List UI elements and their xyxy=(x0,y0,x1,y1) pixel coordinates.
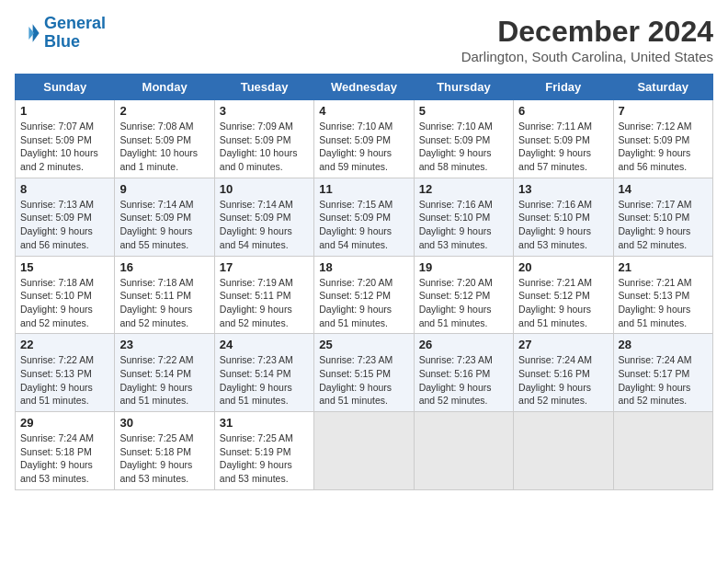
calendar-cell: 5Sunrise: 7:10 AMSunset: 5:09 PMDaylight… xyxy=(414,100,513,178)
calendar-cell: 4Sunrise: 7:10 AMSunset: 5:09 PMDaylight… xyxy=(314,100,414,178)
day-number: 18 xyxy=(319,260,408,274)
calendar-cell: 17Sunrise: 7:19 AMSunset: 5:11 PMDayligh… xyxy=(214,256,313,334)
day-number: 20 xyxy=(518,260,608,274)
day-info: Sunrise: 7:10 AMSunset: 5:09 PMDaylight:… xyxy=(319,120,408,174)
month-title: December 2024 xyxy=(461,15,713,49)
day-info: Sunrise: 7:10 AMSunset: 5:09 PMDaylight:… xyxy=(419,120,508,174)
day-number: 22 xyxy=(20,338,109,351)
day-number: 3 xyxy=(220,104,309,118)
week-row-5: 29Sunrise: 7:24 AMSunset: 5:18 PMDayligh… xyxy=(16,412,713,490)
day-number: 27 xyxy=(518,338,608,351)
calendar-cell: 9Sunrise: 7:14 AMSunset: 5:09 PMDaylight… xyxy=(115,178,214,256)
day-number: 30 xyxy=(119,416,209,430)
calendar-cell: 10Sunrise: 7:14 AMSunset: 5:09 PMDayligh… xyxy=(214,178,313,256)
calendar-cell: 3Sunrise: 7:09 AMSunset: 5:09 PMDaylight… xyxy=(214,100,313,178)
day-number: 7 xyxy=(619,104,708,118)
day-header-monday: Monday xyxy=(115,75,214,100)
day-info: Sunrise: 7:23 AMSunset: 5:16 PMDaylight:… xyxy=(419,353,508,408)
day-info: Sunrise: 7:16 AMSunset: 5:10 PMDaylight:… xyxy=(518,198,608,252)
day-info: Sunrise: 7:20 AMSunset: 5:12 PMDaylight:… xyxy=(319,276,408,330)
day-info: Sunrise: 7:22 AMSunset: 5:13 PMDaylight:… xyxy=(20,353,109,408)
day-number: 11 xyxy=(319,182,408,196)
calendar-cell: 29Sunrise: 7:24 AMSunset: 5:18 PMDayligh… xyxy=(16,412,115,490)
calendar-table: SundayMondayTuesdayWednesdayThursdayFrid… xyxy=(15,74,713,490)
day-header-sunday: Sunday xyxy=(16,75,115,100)
calendar-cell: 24Sunrise: 7:23 AMSunset: 5:14 PMDayligh… xyxy=(214,334,313,412)
calendar-cell: 21Sunrise: 7:21 AMSunset: 5:13 PMDayligh… xyxy=(613,256,712,334)
day-number: 4 xyxy=(319,104,408,118)
day-header-thursday: Thursday xyxy=(414,75,513,100)
day-number: 15 xyxy=(20,260,109,274)
day-info: Sunrise: 7:19 AMSunset: 5:11 PMDaylight:… xyxy=(220,276,309,330)
day-info: Sunrise: 7:12 AMSunset: 5:09 PMDaylight:… xyxy=(619,120,708,174)
calendar-cell: 1Sunrise: 7:07 AMSunset: 5:09 PMDaylight… xyxy=(16,100,115,178)
calendar-cell: 7Sunrise: 7:12 AMSunset: 5:09 PMDaylight… xyxy=(613,100,712,178)
day-number: 1 xyxy=(20,104,109,118)
day-number: 8 xyxy=(20,182,109,196)
day-header-tuesday: Tuesday xyxy=(214,75,313,100)
calendar-cell: 14Sunrise: 7:17 AMSunset: 5:10 PMDayligh… xyxy=(613,178,712,256)
calendar-cell: 15Sunrise: 7:18 AMSunset: 5:10 PMDayligh… xyxy=(16,256,115,334)
day-info: Sunrise: 7:17 AMSunset: 5:10 PMDaylight:… xyxy=(619,198,708,252)
calendar-body: 1Sunrise: 7:07 AMSunset: 5:09 PMDaylight… xyxy=(16,100,713,490)
day-number: 16 xyxy=(119,260,209,274)
calendar-cell: 28Sunrise: 7:24 AMSunset: 5:17 PMDayligh… xyxy=(613,334,712,412)
day-info: Sunrise: 7:08 AMSunset: 5:09 PMDaylight:… xyxy=(119,120,209,174)
day-header-wednesday: Wednesday xyxy=(314,75,414,100)
day-info: Sunrise: 7:09 AMSunset: 5:09 PMDaylight:… xyxy=(220,120,309,174)
day-info: Sunrise: 7:25 AMSunset: 5:19 PMDaylight:… xyxy=(220,431,309,486)
calendar-cell: 20Sunrise: 7:21 AMSunset: 5:12 PMDayligh… xyxy=(514,256,613,334)
day-info: Sunrise: 7:21 AMSunset: 5:13 PMDaylight:… xyxy=(619,276,708,330)
calendar-cell xyxy=(314,412,414,490)
location-title: Darlington, South Carolina, United State… xyxy=(461,49,713,64)
week-row-4: 22Sunrise: 7:22 AMSunset: 5:13 PMDayligh… xyxy=(16,334,713,412)
day-number: 19 xyxy=(419,260,508,274)
day-info: Sunrise: 7:24 AMSunset: 5:18 PMDaylight:… xyxy=(20,431,109,486)
calendar-cell: 16Sunrise: 7:18 AMSunset: 5:11 PMDayligh… xyxy=(115,256,214,334)
day-info: Sunrise: 7:24 AMSunset: 5:17 PMDaylight:… xyxy=(619,353,708,408)
day-info: Sunrise: 7:23 AMSunset: 5:14 PMDaylight:… xyxy=(220,353,309,408)
day-info: Sunrise: 7:24 AMSunset: 5:16 PMDaylight:… xyxy=(518,353,608,408)
day-info: Sunrise: 7:13 AMSunset: 5:09 PMDaylight:… xyxy=(20,198,109,252)
day-number: 21 xyxy=(619,260,708,274)
day-number: 9 xyxy=(119,182,209,196)
calendar-cell: 23Sunrise: 7:22 AMSunset: 5:14 PMDayligh… xyxy=(115,334,214,412)
day-info: Sunrise: 7:18 AMSunset: 5:11 PMDaylight:… xyxy=(119,276,209,330)
days-header-row: SundayMondayTuesdayWednesdayThursdayFrid… xyxy=(16,75,713,100)
day-info: Sunrise: 7:11 AMSunset: 5:09 PMDaylight:… xyxy=(518,120,608,174)
day-info: Sunrise: 7:25 AMSunset: 5:18 PMDaylight:… xyxy=(119,431,209,486)
day-info: Sunrise: 7:23 AMSunset: 5:15 PMDaylight:… xyxy=(319,353,408,408)
day-number: 25 xyxy=(319,338,408,351)
title-area: December 2024 Darlington, South Carolina… xyxy=(461,15,713,64)
header: General Blue December 2024 Darlington, S… xyxy=(15,15,713,64)
calendar-cell: 25Sunrise: 7:23 AMSunset: 5:15 PMDayligh… xyxy=(314,334,414,412)
day-info: Sunrise: 7:14 AMSunset: 5:09 PMDaylight:… xyxy=(119,198,209,252)
day-number: 13 xyxy=(518,182,608,196)
day-info: Sunrise: 7:18 AMSunset: 5:10 PMDaylight:… xyxy=(20,276,109,330)
calendar-cell: 11Sunrise: 7:15 AMSunset: 5:09 PMDayligh… xyxy=(314,178,414,256)
day-info: Sunrise: 7:15 AMSunset: 5:09 PMDaylight:… xyxy=(319,198,408,252)
day-info: Sunrise: 7:07 AMSunset: 5:09 PMDaylight:… xyxy=(20,120,109,174)
calendar-cell: 27Sunrise: 7:24 AMSunset: 5:16 PMDayligh… xyxy=(514,334,613,412)
day-info: Sunrise: 7:20 AMSunset: 5:12 PMDaylight:… xyxy=(419,276,508,330)
week-row-3: 15Sunrise: 7:18 AMSunset: 5:10 PMDayligh… xyxy=(16,256,713,334)
logo-line1: General xyxy=(44,14,106,32)
day-info: Sunrise: 7:14 AMSunset: 5:09 PMDaylight:… xyxy=(220,198,309,252)
day-info: Sunrise: 7:16 AMSunset: 5:10 PMDaylight:… xyxy=(419,198,508,252)
day-number: 2 xyxy=(119,104,209,118)
calendar-cell: 6Sunrise: 7:11 AMSunset: 5:09 PMDaylight… xyxy=(514,100,613,178)
calendar-cell: 19Sunrise: 7:20 AMSunset: 5:12 PMDayligh… xyxy=(414,256,513,334)
day-header-friday: Friday xyxy=(514,75,613,100)
day-number: 23 xyxy=(119,338,209,351)
day-number: 14 xyxy=(619,182,708,196)
calendar-cell xyxy=(613,412,712,490)
day-number: 26 xyxy=(419,338,508,351)
calendar-cell: 31Sunrise: 7:25 AMSunset: 5:19 PMDayligh… xyxy=(214,412,313,490)
week-row-1: 1Sunrise: 7:07 AMSunset: 5:09 PMDaylight… xyxy=(16,100,713,178)
day-number: 10 xyxy=(220,182,309,196)
logo-icon xyxy=(15,20,40,46)
logo-line2: Blue xyxy=(44,32,80,51)
day-info: Sunrise: 7:21 AMSunset: 5:12 PMDaylight:… xyxy=(518,276,608,330)
day-number: 31 xyxy=(220,416,309,430)
day-number: 28 xyxy=(619,338,708,351)
